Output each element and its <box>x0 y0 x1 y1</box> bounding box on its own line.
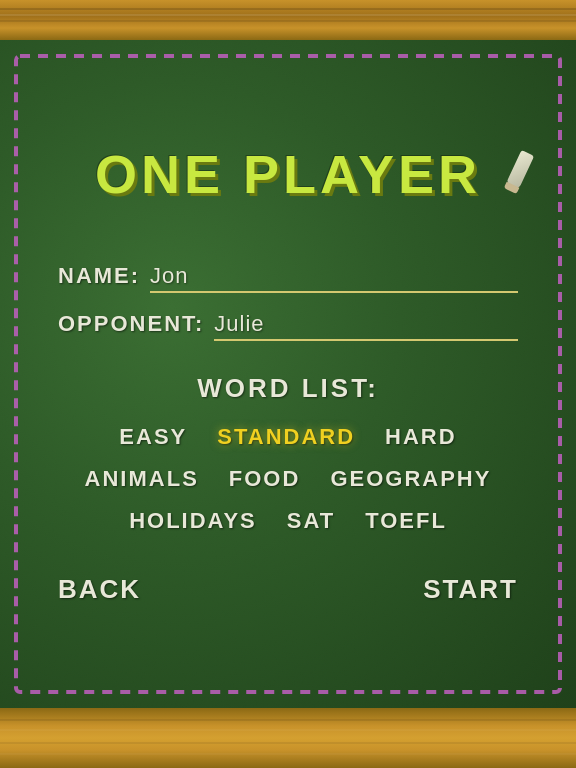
option-food[interactable]: FOOD <box>229 466 301 492</box>
bottom-nav: BACK START <box>58 574 518 605</box>
start-button[interactable]: START <box>423 574 518 605</box>
difficulty-row: EASY STANDARD HARD <box>119 424 456 450</box>
chalkboard: ONE PLAYER NAME: Jon OPPONENT: Julie WOR… <box>0 40 576 708</box>
categories-row-1: ANIMALS FOOD GEOGRAPHY <box>85 466 492 492</box>
opponent-label: OPPONENT: <box>58 311 204 337</box>
opponent-value[interactable]: Julie <box>214 311 518 341</box>
option-sat[interactable]: SAT <box>287 508 335 534</box>
opponent-field-row: OPPONENT: Julie <box>58 311 518 341</box>
back-button[interactable]: BACK <box>58 574 141 605</box>
option-easy[interactable]: EASY <box>119 424 187 450</box>
option-toefl[interactable]: TOEFL <box>365 508 447 534</box>
wood-grain-lines <box>0 708 576 768</box>
wood-bottom <box>0 708 576 768</box>
chalk-decoration <box>504 150 534 194</box>
name-label: NAME: <box>58 263 140 289</box>
option-hard[interactable]: HARD <box>385 424 457 450</box>
categories-row-2: HOLIDAYS SAT TOEFL <box>129 508 447 534</box>
page-title: ONE PLAYER <box>95 143 481 205</box>
word-list-label: WORD LIST: <box>197 373 379 404</box>
wood-top <box>0 0 576 40</box>
option-standard[interactable]: STANDARD <box>217 424 355 450</box>
option-animals[interactable]: ANIMALS <box>85 466 199 492</box>
name-value[interactable]: Jon <box>150 263 518 293</box>
option-holidays[interactable]: HOLIDAYS <box>129 508 257 534</box>
inner-board: ONE PLAYER NAME: Jon OPPONENT: Julie WOR… <box>28 123 548 625</box>
name-field-row: NAME: Jon <box>58 263 518 293</box>
option-geography[interactable]: GEOGRAPHY <box>330 466 491 492</box>
word-list-options: EASY STANDARD HARD ANIMALS FOOD GEOGRAPH… <box>58 424 518 534</box>
